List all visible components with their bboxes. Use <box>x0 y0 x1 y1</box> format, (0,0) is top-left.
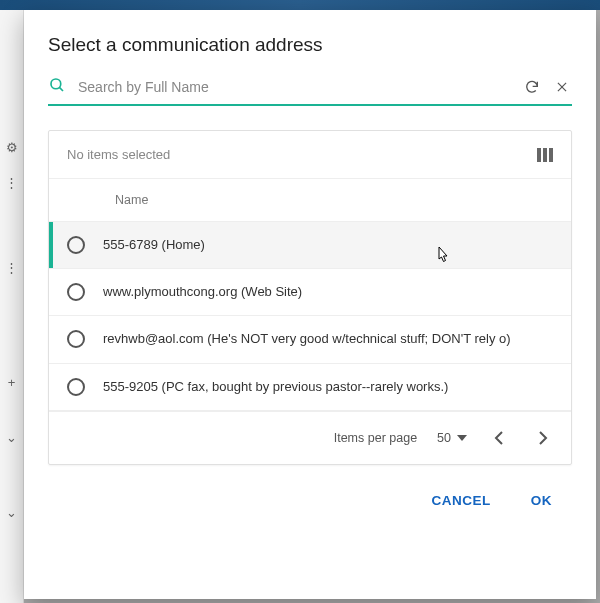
table-row[interactable]: 555-6789 (Home) <box>49 222 571 269</box>
radio-icon[interactable] <box>67 283 85 301</box>
radio-icon[interactable] <box>67 330 85 348</box>
table-row[interactable]: revhwb@aol.com (He's NOT very good w/tec… <box>49 316 571 363</box>
gear-icon: ⚙ <box>6 140 18 155</box>
table-row[interactable]: www.plymouthcong.org (Web Site) <box>49 269 571 316</box>
next-page-button[interactable] <box>531 426 555 450</box>
refresh-icon[interactable] <box>522 77 542 97</box>
columns-icon[interactable] <box>537 148 553 162</box>
chevron-down-icon: ⌄ <box>6 505 17 520</box>
table-row[interactable]: 555-9205 (PC fax, bought by previous pas… <box>49 364 571 411</box>
row-text: 555-9205 (PC fax, bought by previous pas… <box>103 378 458 396</box>
caret-down-icon <box>457 435 467 441</box>
search-icon <box>48 76 66 98</box>
row-text: www.plymouthcong.org (Web Site) <box>103 283 312 301</box>
row-text: revhwb@aol.com (He's NOT very good w/tec… <box>103 330 521 348</box>
pagination: Items per page 50 <box>49 411 571 464</box>
items-per-page-select[interactable]: 50 <box>437 431 467 445</box>
svg-line-1 <box>59 87 63 91</box>
plus-icon: + <box>8 375 16 390</box>
chevron-down-icon: ⌄ <box>6 430 17 445</box>
clear-icon[interactable] <box>552 77 572 97</box>
drag-handle-icon: ⋮ <box>5 175 18 190</box>
ok-button[interactable]: OK <box>523 487 560 514</box>
search-input[interactable] <box>76 78 512 96</box>
radio-icon[interactable] <box>67 236 85 254</box>
dialog-actions: CANCEL OK <box>48 477 572 514</box>
items-per-page-value: 50 <box>437 431 451 445</box>
prev-page-button[interactable] <box>487 426 511 450</box>
radio-icon[interactable] <box>67 378 85 396</box>
select-address-dialog: Select a communication address No items … <box>24 10 596 599</box>
svg-point-0 <box>51 79 61 89</box>
row-text: 555-6789 (Home) <box>103 236 215 254</box>
selection-status: No items selected <box>67 147 170 162</box>
column-header-name: Name <box>49 179 571 222</box>
items-per-page-label: Items per page <box>334 431 417 445</box>
cancel-button[interactable]: CANCEL <box>424 487 499 514</box>
results-table: No items selected Name 555-6789 (Home) w… <box>48 130 572 465</box>
dialog-title: Select a communication address <box>48 34 572 56</box>
drag-handle-icon: ⋮ <box>5 260 18 275</box>
cursor-pointer-icon <box>433 245 451 271</box>
search-bar <box>48 76 572 106</box>
